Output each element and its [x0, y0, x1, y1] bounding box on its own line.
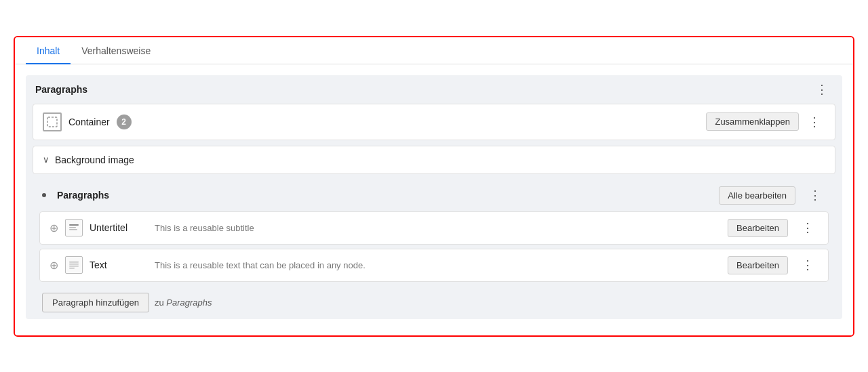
- svg-rect-4: [69, 262, 79, 263]
- container-more-button[interactable]: ⋮: [804, 115, 825, 129]
- background-image-label: Background image: [55, 154, 134, 165]
- outer-section-more-button[interactable]: ⋮: [812, 82, 833, 97]
- item-preview-untertitel: This is a reusable subtitle: [155, 223, 728, 233]
- container-row: Container 2 Zusammenklappen ⋮: [33, 104, 835, 140]
- inner-section-actions: Alle bearbeiten ⋮: [719, 186, 826, 205]
- main-panel: Inhalt Verhaltensweise Paragraphs ⋮ Cont…: [14, 36, 854, 337]
- svg-rect-7: [69, 268, 75, 269]
- bearbeiten-button-text[interactable]: Bearbeiten: [728, 256, 788, 274]
- item-name-text: Text: [90, 260, 144, 270]
- container-label: Container: [68, 117, 110, 127]
- outer-paragraphs-section: Paragraphs ⋮ Container 2 Zusammenklappen…: [26, 75, 842, 319]
- outer-section-header: Paragraphs ⋮: [26, 75, 842, 104]
- inner-paragraphs-section: Paragraphs Alle bearbeiten ⋮ ⊕: [33, 180, 835, 319]
- item-more-button-text[interactable]: ⋮: [797, 257, 818, 272]
- drag-handle-untertitel[interactable]: ⊕: [50, 222, 58, 234]
- tab-verhaltensweise[interactable]: Verhaltensweise: [71, 37, 161, 64]
- paragraph-item-untertitel: ⊕ Untertitel This is a reusable subtitle…: [39, 211, 829, 245]
- paragraph-item-text: ⊕ Text This is a reusable text that can …: [39, 249, 829, 282]
- outer-section-title: Paragraphs: [35, 84, 87, 95]
- add-paragraph-row: Paragraph hinzufügen zu Paragraphs: [33, 286, 835, 319]
- add-paragraph-label: zu Paragraphs: [155, 297, 212, 308]
- inner-section-title: Paragraphs: [57, 190, 109, 201]
- item-more-button-untertitel[interactable]: ⋮: [797, 220, 818, 235]
- bearbeiten-button-untertitel[interactable]: Bearbeiten: [728, 219, 788, 237]
- bullet-dot: [42, 193, 46, 197]
- chevron-down-icon: ∨: [43, 154, 50, 165]
- content-area: Paragraphs ⋮ Container 2 Zusammenklappen…: [15, 64, 853, 335]
- item-name-untertitel: Untertitel: [90, 222, 144, 233]
- inner-section-more-button[interactable]: ⋮: [805, 188, 826, 203]
- svg-rect-0: [47, 117, 57, 127]
- svg-rect-6: [69, 266, 79, 267]
- text-icon: [65, 256, 83, 274]
- item-actions-text: Bearbeiten ⋮: [728, 256, 818, 274]
- background-image-row: ∨ Background image: [33, 146, 835, 174]
- edit-all-button[interactable]: Alle bearbeiten: [719, 186, 795, 205]
- container-icon: [43, 112, 62, 131]
- svg-rect-5: [69, 264, 79, 265]
- untertitel-icon: [65, 219, 83, 236]
- collapse-button[interactable]: Zusammenklappen: [706, 112, 799, 131]
- add-paragraph-button[interactable]: Paragraph hinzufügen: [42, 293, 149, 312]
- svg-rect-3: [69, 229, 77, 230]
- svg-rect-2: [69, 227, 76, 228]
- drag-handle-text[interactable]: ⊕: [50, 259, 58, 272]
- inner-section-header: Paragraphs Alle bearbeiten ⋮: [33, 180, 835, 211]
- item-preview-text: This is a reusable text that can be plac…: [155, 260, 728, 270]
- svg-rect-1: [69, 224, 79, 226]
- item-actions-untertitel: Bearbeiten ⋮: [728, 219, 818, 237]
- tab-inhalt[interactable]: Inhalt: [26, 37, 71, 64]
- container-badge: 2: [117, 115, 132, 129]
- tabs-bar: Inhalt Verhaltensweise: [15, 37, 853, 64]
